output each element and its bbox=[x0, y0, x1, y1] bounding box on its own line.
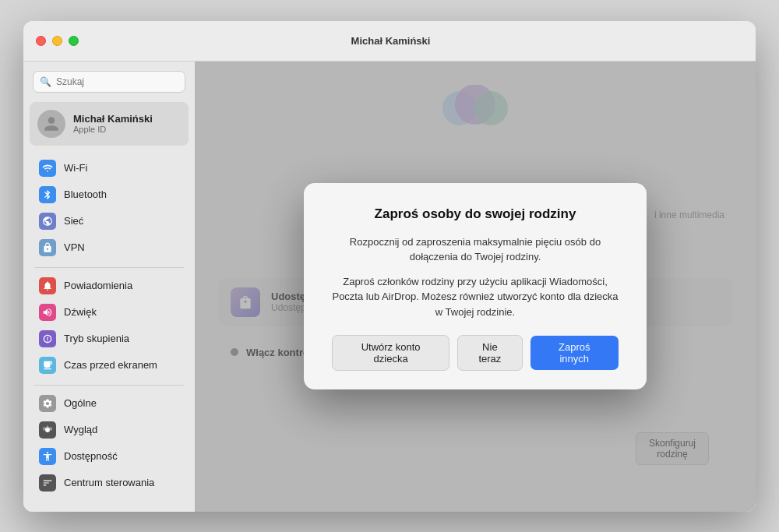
avatar bbox=[37, 110, 65, 138]
sidebar-item-label-accessibility: Dostępność bbox=[64, 450, 118, 462]
search-bar[interactable]: 🔍 bbox=[33, 71, 185, 93]
sidebar-item-network[interactable]: Sieć bbox=[28, 208, 190, 234]
user-profile-item[interactable]: Michał Kamiński Apple ID bbox=[30, 102, 189, 146]
sidebar-item-control-center[interactable]: Centrum sterowania bbox=[28, 470, 190, 496]
sidebar-item-notifications[interactable]: Powiadomienia bbox=[28, 273, 190, 299]
sidebar-item-wifi[interactable]: Wi-Fi bbox=[28, 155, 190, 181]
modal-paragraph-1: Rozpocznij od zaproszenia maksymalnie pi… bbox=[332, 234, 619, 265]
sidebar-item-label-control: Centrum sterowania bbox=[64, 477, 154, 488]
general-icon bbox=[39, 395, 56, 412]
sidebar-item-label-appearance: Wygląd bbox=[64, 424, 97, 435]
modal-buttons: Utwórz konto dziecka Nie teraz Zaproś in… bbox=[332, 335, 619, 371]
bluetooth-icon bbox=[39, 186, 56, 203]
notifications-icon bbox=[39, 277, 56, 294]
search-input[interactable] bbox=[56, 76, 178, 87]
focus-icon bbox=[39, 330, 56, 347]
control-center-icon bbox=[39, 474, 56, 491]
appearance-icon bbox=[39, 421, 56, 439]
close-button[interactable] bbox=[36, 36, 46, 46]
screentime-icon bbox=[39, 357, 56, 374]
wifi-icon bbox=[39, 160, 56, 177]
main-pane: i inne multimedia Apple Music i Apple TV… bbox=[195, 62, 756, 512]
sidebar-item-label-vpn: VPN bbox=[64, 241, 85, 253]
sidebar-item-label-focus: Tryb skupienia bbox=[64, 333, 129, 344]
sidebar-item-focus[interactable]: Tryb skupienia bbox=[28, 326, 190, 352]
sidebar: 🔍 Michał Kamiński Apple ID bbox=[23, 62, 195, 512]
titlebar: Michał Kamiński bbox=[23, 21, 756, 62]
sidebar-item-label-screentime: Czas przed ekranem bbox=[64, 359, 157, 371]
invite-family-modal: Zaproś osoby do swojej rodziny Rozpoczni… bbox=[304, 183, 647, 390]
content-area: 🔍 Michał Kamiński Apple ID bbox=[23, 62, 756, 512]
sound-icon bbox=[39, 304, 56, 321]
maximize-button[interactable] bbox=[69, 36, 79, 46]
sidebar-item-label-notifications: Powiadomienia bbox=[64, 280, 132, 291]
sidebar-section-notifications: Powiadomienia Dźwięk Tryb skupienia bbox=[23, 273, 195, 379]
sidebar-section-general: Ogólne Wygląd Dostępność bbox=[23, 390, 195, 496]
sidebar-item-label-wifi: Wi-Fi bbox=[64, 162, 87, 174]
invite-others-button[interactable]: Zaproś innych bbox=[530, 336, 619, 370]
sidebar-item-vpn[interactable]: VPN bbox=[28, 234, 190, 261]
user-name: Michał Kamiński bbox=[73, 113, 153, 125]
modal-overlay: Zaproś osoby do swojej rodziny Rozpoczni… bbox=[195, 62, 756, 512]
create-child-account-button[interactable]: Utwórz konto dziecka bbox=[332, 335, 449, 371]
user-icon bbox=[43, 115, 60, 132]
traffic-lights bbox=[36, 36, 79, 46]
divider-1 bbox=[34, 267, 184, 268]
sidebar-item-general[interactable]: Ogólne bbox=[28, 390, 190, 417]
accessibility-icon bbox=[39, 448, 56, 465]
sidebar-item-label-sound: Dźwięk bbox=[64, 306, 97, 318]
user-subtitle: Apple ID bbox=[73, 125, 153, 134]
sidebar-item-sound[interactable]: Dźwięk bbox=[28, 299, 190, 326]
sidebar-item-bluetooth[interactable]: Bluetooth bbox=[28, 181, 190, 208]
sidebar-item-label-bluetooth: Bluetooth bbox=[64, 188, 107, 200]
modal-paragraph-2: Zaproś członków rodziny przy użyciu apli… bbox=[332, 274, 619, 320]
sidebar-section-network: Wi-Fi Bluetooth Sieć bbox=[23, 155, 195, 261]
sidebar-item-label-network: Sieć bbox=[64, 215, 83, 227]
not-now-button[interactable]: Nie teraz bbox=[457, 335, 522, 371]
divider-2 bbox=[34, 385, 184, 386]
window-title: Michał Kamiński bbox=[79, 35, 703, 47]
sidebar-item-screentime[interactable]: Czas przed ekranem bbox=[28, 352, 190, 379]
sidebar-item-appearance[interactable]: Wygląd bbox=[28, 417, 190, 443]
network-icon bbox=[39, 213, 56, 230]
vpn-icon bbox=[39, 239, 56, 256]
system-preferences-window: Michał Kamiński 🔍 Michał Kamiński Apple bbox=[23, 21, 756, 512]
modal-body: Rozpocznij od zaproszenia maksymalnie pi… bbox=[332, 234, 619, 320]
modal-title: Zaproś osoby do swojej rodziny bbox=[332, 206, 619, 222]
user-info: Michał Kamiński Apple ID bbox=[73, 113, 153, 134]
sidebar-item-label-general: Ogólne bbox=[64, 397, 97, 409]
search-icon: 🔍 bbox=[40, 76, 51, 87]
minimize-button[interactable] bbox=[52, 36, 62, 46]
sidebar-item-accessibility[interactable]: Dostępność bbox=[28, 443, 190, 470]
